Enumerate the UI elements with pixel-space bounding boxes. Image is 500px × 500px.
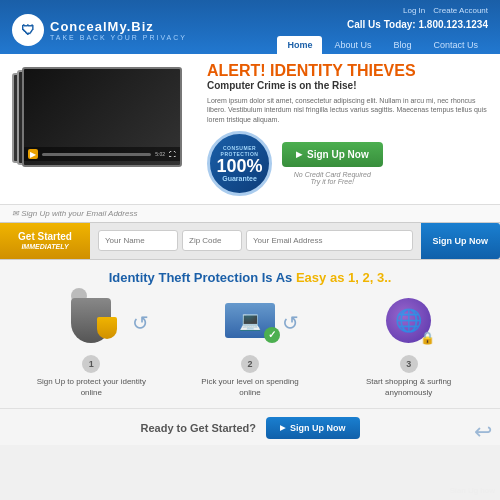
step-3-number: 3 [400, 355, 418, 373]
get-started-label: Get Started IMMEDIATELY [0, 223, 90, 259]
video-main[interactable]: ▶ 5:02 ⛶ [22, 67, 182, 167]
logo-icon: 🛡 [12, 14, 44, 46]
alert-sub: Computer Crime is on the Rise! [207, 80, 488, 91]
get-started-inputs [90, 223, 421, 259]
detected-overlay: Sian Ug how [450, 486, 495, 495]
step-arrow-1: ↺ [132, 311, 149, 335]
nav-home[interactable]: Home [277, 36, 322, 54]
hero-content: ALERT! IDENTITY THIEVES Computer Crime i… [202, 62, 488, 196]
steps-container: 1 Sign Up to protect your identity onlin… [12, 291, 488, 398]
steps-section: Identity Theft Protection Is As Easy as … [0, 260, 500, 408]
create-account-link[interactable]: Create Account [433, 6, 488, 15]
step-3-icon-wrap: 🌐 [379, 291, 439, 351]
logo-area: 🛡 ConcealMy.Biz TAKE BACK YOUR PRIVACY [12, 14, 187, 46]
video-stack: ▶ 5:02 ⛶ [12, 62, 187, 172]
step-2: 💻 2 Pick your level on spending online [190, 291, 310, 398]
header-right: Log In Create Account Call Us Today: 1.8… [277, 6, 488, 54]
step-2-number: 2 [241, 355, 259, 373]
seal-label: Guarantee [222, 175, 257, 182]
video-fullscreen-icon[interactable]: ⛶ [169, 151, 176, 158]
alert-title: ALERT! IDENTITY THIEVES [207, 62, 488, 80]
side-arrow-decoration: ↩ [474, 419, 492, 445]
step-2-label: Pick your level on spending online [190, 376, 310, 398]
shield-icon [71, 298, 111, 343]
step-3-label: Start shopping & surfing anynomously [349, 376, 469, 398]
bottom-signup-button[interactable]: Sign Up Now [266, 417, 360, 439]
no-cc-text: No Credit Card Required Try it for Free! [282, 171, 383, 185]
video-controls: ▶ 5:02 ⛶ [24, 147, 180, 161]
seal-percent: 100% [216, 157, 262, 175]
name-input[interactable] [98, 230, 178, 251]
laptop-icon: 💻 [225, 303, 275, 338]
guarantee-seal: CONSUMER PROTECTION 100% Guarantee [207, 131, 272, 196]
get-started-bar: Get Started IMMEDIATELY Sign Up Now [0, 222, 500, 260]
bottom-cta: Ready to Get Started? Sign Up Now ↩ [0, 408, 500, 445]
nav-contact[interactable]: Contact Us [423, 36, 488, 54]
step-2-icon-wrap: 💻 [220, 291, 280, 351]
header: 🛡 ConcealMy.Biz TAKE BACK YOUR PRIVACY L… [0, 0, 500, 54]
logo-text: ConcealMy.Biz TAKE BACK YOUR PRIVACY [50, 19, 187, 41]
hero-description: Lorem ipsum dolor sit amet, consectetur … [207, 96, 488, 125]
steps-row: 1 Sign Up to protect your identity onlin… [12, 291, 488, 398]
get-started-signup-button[interactable]: Sign Up Now [421, 223, 501, 259]
logo-sub: TAKE BACK YOUR PRIVACY [50, 34, 187, 41]
nav-about[interactable]: About Us [324, 36, 381, 54]
header-phone: Call Us Today: 1.800.123.1234 [347, 19, 488, 30]
steps-title: Identity Theft Protection Is As Easy as … [12, 270, 488, 285]
hero-signup-button[interactable]: Sign Up Now [282, 142, 383, 167]
step-3: 🌐 3 Start shopping & surfing anynomously [349, 291, 469, 398]
email-input[interactable] [246, 230, 413, 251]
video-play-button[interactable]: ▶ [28, 149, 38, 159]
hero-bottom: CONSUMER PROTECTION 100% Guarantee Sign … [207, 131, 488, 196]
globe-icon: 🌐 [386, 298, 431, 343]
step-1: 1 Sign Up to protect your identity onlin… [31, 291, 151, 398]
hero-video: ▶ 5:02 ⛶ [12, 62, 192, 196]
login-link[interactable]: Log In [403, 6, 425, 15]
hero-section: ▶ 5:02 ⛶ ALERT! IDENTITY THIEVES Compute… [0, 54, 500, 204]
nav-bar: Home About Us Blog Contact Us [277, 36, 488, 54]
step-arrow-2: ↺ [282, 311, 299, 335]
step-1-number: 1 [82, 355, 100, 373]
email-note: Sign Up with your Email Address [0, 204, 500, 222]
video-progress[interactable] [42, 153, 151, 156]
bottom-cta-text: Ready to Get Started? [140, 422, 256, 434]
header-top-links: Log In Create Account [403, 6, 488, 15]
step-1-label: Sign Up to protect your identity online [31, 376, 151, 398]
zip-input[interactable] [182, 230, 242, 251]
step-1-icon-wrap [61, 291, 121, 351]
hero-cta: Sign Up Now No Credit Card Required Try … [282, 142, 383, 185]
nav-blog[interactable]: Blog [383, 36, 421, 54]
logo-title: ConcealMy.Biz [50, 19, 187, 34]
video-time: 5:02 [155, 151, 165, 157]
